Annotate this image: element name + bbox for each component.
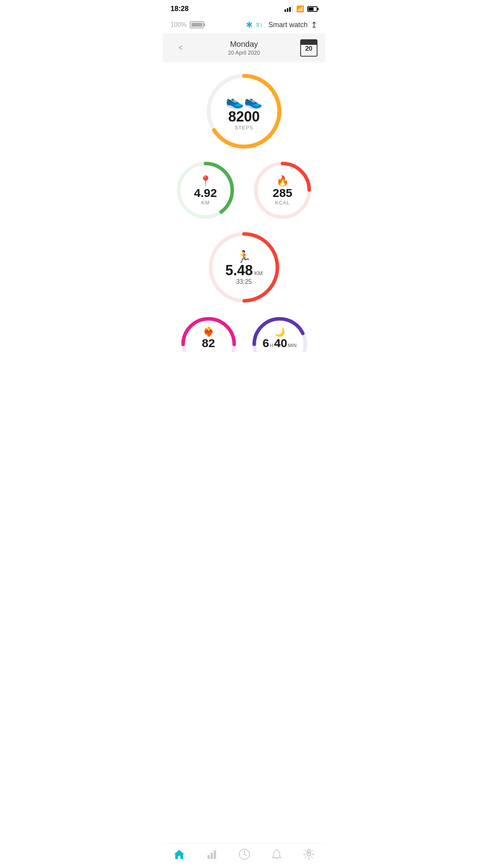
prev-day-button[interactable]: < (171, 43, 191, 52)
distance-unit: KM (201, 200, 210, 206)
steps-icon: 👟👟 (226, 92, 262, 110)
steps-value: 8200 (228, 110, 260, 124)
sleep-minutes: 40 (274, 337, 287, 349)
status-time: 18:28 (171, 5, 189, 13)
running-icon: 🏃 (237, 250, 251, 263)
device-label: Smart watch (268, 21, 308, 29)
calories-unit: KCAL (275, 200, 290, 206)
calendar-icon[interactable]: 20 (300, 39, 317, 57)
calories-icon: 🔥 (276, 175, 289, 187)
sleep-hours: 6 (262, 337, 269, 349)
main-content: 👟👟 8200 STEPS 📍 4.92 KM 🔥 (163, 62, 325, 399)
sound-waves-icon: ⧖） (256, 21, 265, 28)
date-label: 20 April 2020 (191, 50, 297, 56)
running-time: 33:25 (236, 278, 252, 285)
status-bar: 18:28 📶 (163, 0, 325, 16)
heart-rate-value: 82 (202, 337, 215, 349)
calories-value: 285 (273, 187, 292, 199)
app-header: 100% ✱ ⧖） Smart watch ↥ (163, 16, 325, 33)
heart-icon: ❤️‍🔥 (203, 326, 215, 337)
wifi-icon: 📶 (296, 5, 304, 13)
battery-icon (307, 6, 317, 12)
header-battery-icon (190, 21, 204, 28)
sleep-minutes-unit: MIN (288, 343, 297, 348)
calories-card[interactable]: 🔥 285 KCAL (251, 159, 314, 222)
battery-percent: 100% (171, 21, 204, 28)
bluetooth-icon: ✱ (246, 20, 253, 29)
distance-icon: 📍 (199, 175, 212, 187)
date-navigator: < Monday 20 April 2020 > 20 (163, 33, 325, 62)
steps-label: STEPS (235, 125, 253, 131)
device-section: ✱ ⧖） Smart watch ↥ (246, 20, 317, 29)
share-icon[interactable]: ↥ (311, 20, 317, 29)
signal-bars-icon (284, 6, 293, 12)
sleep-card[interactable]: 🌙 6 H 40 MIN (248, 313, 311, 352)
sleep-icon: 🌙 (274, 327, 285, 337)
sleep-hours-unit: H (270, 343, 273, 348)
day-label: Monday (191, 40, 297, 49)
distance-calories-row: 📍 4.92 KM 🔥 285 KCAL (169, 159, 319, 222)
heart-sleep-row: ❤️‍🔥 82 🌙 6 H 40 MIN (169, 313, 319, 352)
running-distance: 5.48 (225, 263, 253, 278)
running-card[interactable]: 🏃 5.48 KM 33:25 (205, 228, 283, 307)
heart-rate-card[interactable]: ❤️‍🔥 82 (177, 313, 240, 352)
running-distance-unit: KM (255, 270, 263, 276)
steps-card[interactable]: 👟👟 8200 STEPS (203, 70, 285, 153)
distance-value: 4.92 (194, 187, 217, 199)
distance-card[interactable]: 📍 4.92 KM (174, 159, 237, 222)
status-icons: 📶 (284, 5, 317, 13)
